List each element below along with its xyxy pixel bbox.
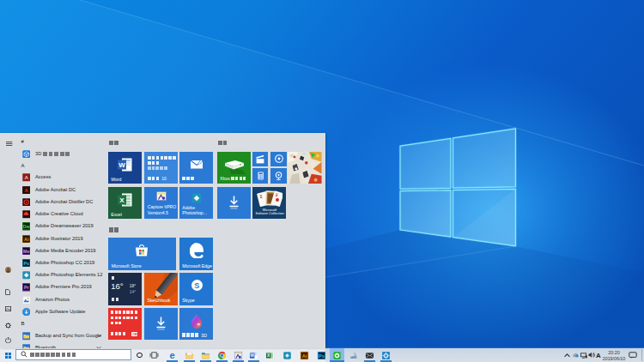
svg-text:A: A <box>24 175 28 181</box>
svg-text:Dw: Dw <box>22 225 30 230</box>
svg-text:Ps: Ps <box>319 353 325 359</box>
svg-text:A: A <box>24 188 27 193</box>
svg-text:Me: Me <box>23 249 29 254</box>
svg-text:W: W <box>250 353 254 358</box>
svg-text:W: W <box>118 161 125 169</box>
svg-text:X: X <box>119 196 125 204</box>
svg-text:X: X <box>267 353 270 358</box>
svg-text:Ai: Ai <box>302 353 307 359</box>
svg-text:Pr: Pr <box>23 286 28 291</box>
svg-text:Ps: Ps <box>23 261 29 266</box>
svg-text:Ai: Ai <box>24 237 29 242</box>
svg-text:e: e <box>170 351 175 359</box>
